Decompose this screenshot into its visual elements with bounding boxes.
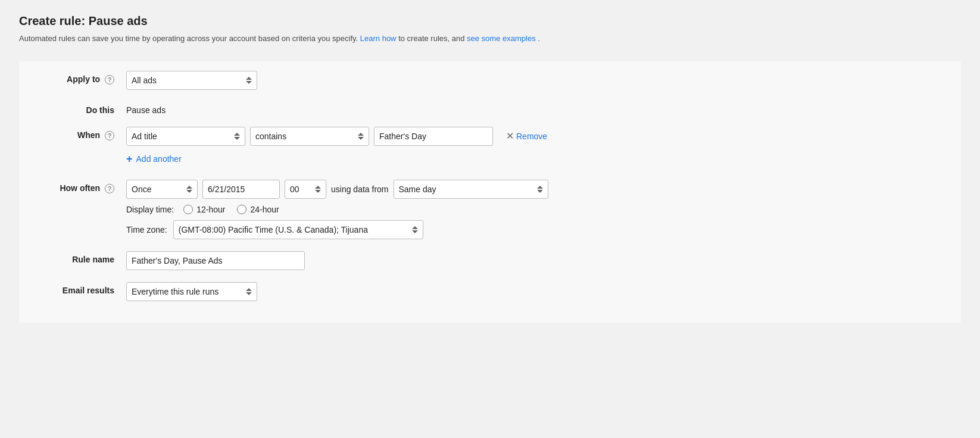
subtitle-suffix1: to create rules, and xyxy=(398,34,467,43)
how-often-label: How often ? xyxy=(31,180,126,193)
rule-name-input[interactable] xyxy=(126,251,305,270)
radio-24hour-input[interactable] xyxy=(237,205,246,214)
subtitle: Automated rules can save you time by ope… xyxy=(19,33,961,45)
apply-to-label: Apply to ? xyxy=(31,71,126,85)
condition-value-input[interactable] xyxy=(374,127,493,146)
when-label: When ? xyxy=(31,127,126,140)
when-row: When ? Ad title contains ✕ Remove + Add … xyxy=(19,127,961,168)
when-condition-row: Ad title contains ✕ Remove xyxy=(126,127,949,146)
email-results-select[interactable]: Everytime this rule runs xyxy=(126,282,257,301)
learn-how-link[interactable]: Learn how xyxy=(360,34,397,43)
how-often-help-icon[interactable]: ? xyxy=(105,184,114,193)
when-content: Ad title contains ✕ Remove + Add another xyxy=(126,127,949,168)
plus-icon: + xyxy=(126,153,133,165)
using-data-label: using data from xyxy=(331,184,389,194)
time-zone-label: Time zone: xyxy=(126,225,167,234)
apply-to-select[interactable]: All ads xyxy=(126,71,257,90)
page-title: Create rule: Pause ads xyxy=(19,14,961,28)
condition-operator-select[interactable]: contains xyxy=(250,127,369,146)
remove-x-icon: ✕ xyxy=(506,130,514,142)
frequency-select[interactable]: Once xyxy=(126,180,198,199)
display-time-radio-group: 12-hour 24-hour xyxy=(183,205,279,214)
do-this-row: Do this Pause ads xyxy=(19,102,961,115)
data-source-select[interactable]: Same day xyxy=(394,180,548,199)
display-time-label: Display time: xyxy=(126,205,174,214)
apply-to-help-icon[interactable]: ? xyxy=(105,75,114,85)
do-this-content: Pause ads xyxy=(126,102,949,115)
see-examples-link[interactable]: see some examples xyxy=(467,34,536,43)
time-zone-row: Time zone: (GMT-08:00) Pacific Time (U.S… xyxy=(126,220,949,239)
display-time-row: Display time: 12-hour 24-hour xyxy=(126,205,949,214)
frequency-row: Once 00 using data from Same day xyxy=(126,180,949,199)
rule-name-label: Rule name xyxy=(31,251,126,264)
radio-12hour-label: 12-hour xyxy=(196,205,225,214)
do-this-value: Pause ads xyxy=(126,102,949,115)
radio-24hour-label: 24-hour xyxy=(250,205,279,214)
email-results-content: Everytime this rule runs xyxy=(126,282,949,301)
add-another-button[interactable]: + Add another xyxy=(126,151,949,168)
radio-24hour[interactable]: 24-hour xyxy=(237,205,279,214)
remove-condition-button[interactable]: ✕ Remove xyxy=(503,128,551,144)
radio-12hour[interactable]: 12-hour xyxy=(183,205,225,214)
apply-to-content: All ads xyxy=(126,71,949,90)
subtitle-suffix2: . xyxy=(538,34,540,43)
remove-label: Remove xyxy=(516,132,547,141)
do-this-label: Do this xyxy=(31,102,126,115)
email-results-row: Email results Everytime this rule runs xyxy=(19,282,961,301)
when-help-icon[interactable]: ? xyxy=(105,131,114,140)
subtitle-text: Automated rules can save you time by ope… xyxy=(19,34,358,43)
time-zone-select[interactable]: (GMT-08:00) Pacific Time (U.S. & Canada)… xyxy=(173,220,423,239)
add-another-label: Add another xyxy=(136,154,182,164)
apply-to-row: Apply to ? All ads xyxy=(19,71,961,90)
email-results-label: Email results xyxy=(31,282,126,295)
hour-select[interactable]: 00 xyxy=(285,180,326,199)
date-input[interactable] xyxy=(202,180,280,199)
rule-name-content xyxy=(126,251,949,270)
radio-12hour-input[interactable] xyxy=(183,205,193,214)
condition-field-select[interactable]: Ad title xyxy=(126,127,245,146)
create-rule-form: Apply to ? All ads Do this Pause ads Whe… xyxy=(19,61,961,323)
how-often-row: How often ? Once 00 using data from Same… xyxy=(19,180,961,239)
how-often-content: Once 00 using data from Same day Display… xyxy=(126,180,949,239)
rule-name-row: Rule name xyxy=(19,251,961,270)
